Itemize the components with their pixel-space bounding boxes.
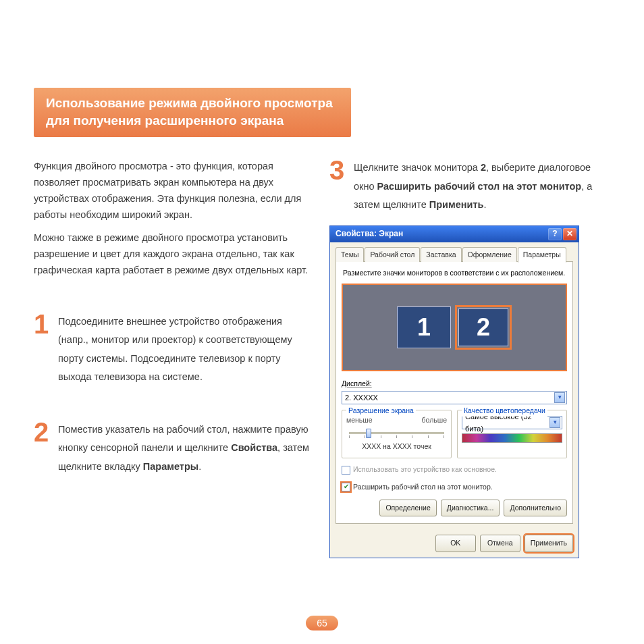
step-3-number: 3: [329, 159, 347, 182]
step-2-body: Поместив указатель на рабочий стол, нажм…: [58, 421, 315, 477]
monitor-2[interactable]: 2: [458, 308, 508, 346]
color-quality-group: Качество цветопередачи Самое высокое (32…: [457, 410, 567, 459]
close-icon: ✕: [566, 227, 573, 241]
left-column: Функция двойного просмотра - это функция…: [34, 159, 315, 558]
dialog-titlebar[interactable]: Свойства: Экран ? ✕: [330, 226, 579, 242]
placement-instruction: Разместите значки мониторов в соответств…: [342, 267, 567, 279]
tab-appearance[interactable]: Оформление: [462, 247, 517, 262]
step-1-body: Подсоедините внешнее устройство отображе…: [58, 313, 315, 387]
primary-device-label: Использовать это устройство как основное…: [353, 464, 497, 475]
resolution-group: Разрешение экрана меньше больше: [342, 410, 452, 459]
close-button[interactable]: ✕: [563, 228, 576, 240]
primary-device-checkbox: [342, 466, 350, 475]
step-1-number: 1: [34, 313, 51, 336]
step-3-body: Щелкните значок монитора 2, выберите диа…: [354, 159, 610, 215]
apply-button[interactable]: Применить: [525, 535, 573, 552]
display-select-value: 2. XXXXX: [345, 392, 378, 404]
color-quality-title: Качество цветопередачи: [462, 405, 547, 417]
resolution-slider[interactable]: [349, 427, 444, 439]
title-line-1: Использование режима двойного просмотра: [46, 95, 339, 112]
slider-thumb[interactable]: [366, 429, 371, 438]
dialog-title: Свойства: Экран: [336, 227, 403, 241]
chevron-down-icon: ▾: [549, 417, 560, 428]
extend-desktop-label: Расширить рабочий стол на этот монитор.: [353, 481, 493, 493]
display-label: Дисплей:: [342, 378, 567, 390]
monitor-2-highlight: 2: [455, 305, 512, 350]
cancel-button[interactable]: Отмена: [480, 535, 520, 552]
tab-content: Разместите значки мониторов в соответств…: [336, 261, 573, 524]
tab-themes[interactable]: Темы: [336, 247, 364, 262]
resolution-title: Разрешение экрана: [346, 405, 416, 417]
dialog-footer: OK Отмена Применить: [330, 529, 579, 557]
display-select[interactable]: 2. XXXXX ▾: [342, 391, 567, 404]
tab-desktop[interactable]: Рабочий стол: [365, 247, 420, 262]
color-quality-select[interactable]: Самое высокое (32 бита) ▾: [462, 416, 562, 429]
advanced-button[interactable]: Дополнительно: [504, 500, 567, 516]
step-3: 3 Щелкните значок монитора 2, выберите д…: [329, 159, 610, 215]
troubleshoot-button[interactable]: Диагностика...: [441, 500, 500, 516]
section-title: Использование режима двойного просмотра …: [34, 88, 351, 137]
tab-screensaver[interactable]: Заставка: [421, 247, 461, 262]
monitor-arrangement-area[interactable]: 1 2: [342, 284, 567, 371]
primary-device-checkbox-row: Использовать это устройство как основное…: [342, 464, 567, 475]
help-icon: ?: [552, 227, 557, 241]
step-1: 1 Подсоедините внешнее устройство отобра…: [34, 313, 315, 387]
extend-desktop-checkbox[interactable]: ✔: [342, 483, 350, 491]
right-column: 3 Щелкните значок монитора 2, выберите д…: [329, 159, 610, 558]
extend-desktop-checkbox-row[interactable]: ✔ Расширить рабочий стол на этот монитор…: [342, 481, 567, 493]
intro-para-1: Функция двойного просмотра - это функция…: [34, 159, 315, 223]
resolution-more: больше: [422, 414, 447, 426]
page-number: 65: [306, 616, 338, 630]
display-properties-dialog: Свойства: Экран ? ✕ Темы Рабочий стол За…: [329, 225, 579, 558]
step-2-number: 2: [34, 421, 51, 444]
tab-row: Темы Рабочий стол Заставка Оформление Па…: [336, 247, 573, 262]
tab-settings[interactable]: Параметры: [518, 247, 566, 263]
resolution-value: XXXX на XXXX точек: [346, 441, 447, 452]
step-2: 2 Поместив указатель на рабочий стол, на…: [34, 421, 315, 477]
identify-button[interactable]: Определение: [379, 500, 436, 516]
title-line-2: для получения расширенного экрана: [46, 112, 339, 130]
monitor-1[interactable]: 1: [397, 306, 451, 348]
intro-para-2: Можно также в режиме двойного просмотра …: [34, 230, 315, 279]
chevron-down-icon: ▾: [554, 392, 565, 403]
help-button[interactable]: ?: [548, 228, 562, 240]
ok-button[interactable]: OK: [435, 535, 476, 552]
